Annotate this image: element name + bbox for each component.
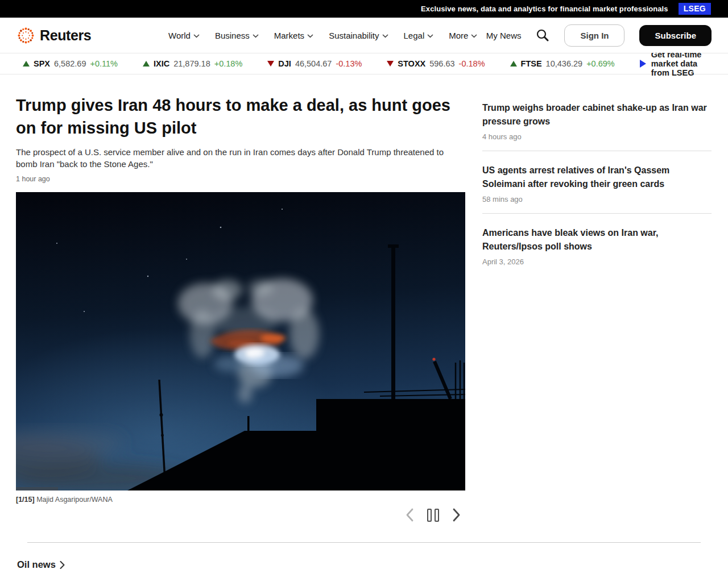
carousel-pause-button[interactable]	[427, 509, 439, 522]
site-header: Reuters World Business Markets Sustainab…	[0, 18, 728, 53]
header-actions: My News Sign In Subscribe	[486, 18, 712, 53]
pause-icon	[427, 509, 432, 522]
lead-headline[interactable]: Trump gives Iran 48 hours to make a deal…	[16, 94, 460, 139]
lead-photo[interactable]	[16, 192, 465, 490]
chevron-right-icon	[453, 508, 461, 522]
search-button[interactable]	[536, 28, 549, 42]
lseg-promo-bar: Exclusive news, data and analytics for f…	[0, 0, 728, 18]
trend-triangle-icon	[267, 61, 274, 66]
carousel-controls	[16, 508, 465, 522]
chevron-down-icon	[427, 34, 433, 38]
chevron-down-icon	[253, 34, 259, 38]
carousel-next-button[interactable]	[453, 508, 461, 522]
oil-news-section-link[interactable]: Oil news	[17, 559, 728, 570]
lead-timestamp: 1 hour ago	[16, 175, 465, 183]
chevron-down-icon	[307, 34, 313, 38]
nav-item-business[interactable]: Business	[215, 31, 259, 40]
chevron-down-icon	[382, 34, 388, 38]
oil-news-section: Oil news Iran says it hit Israel-linked …	[0, 542, 728, 582]
reuters-dotted-circle-icon	[17, 27, 35, 44]
pause-icon	[435, 509, 439, 522]
ticker-spx[interactable]: SPX 6,582.69 +0.11%	[23, 59, 118, 68]
sidebar-story-3: Americans have bleak views on Iran war, …	[482, 213, 712, 276]
story-title[interactable]: Americans have bleak views on Iran war, …	[482, 226, 712, 253]
chevron-left-icon	[406, 508, 413, 522]
chevron-right-icon	[60, 561, 65, 569]
story-timestamp: 4 hours ago	[482, 132, 712, 141]
trend-triangle-icon	[510, 61, 517, 66]
lseg-logo-badge[interactable]: LSEG	[679, 3, 711, 15]
ticker-dji[interactable]: DJI 46,504.67 -0.13%	[267, 59, 362, 68]
lead-story: Trump gives Iran 48 hours to make a deal…	[16, 94, 465, 522]
chevron-down-icon	[193, 34, 200, 38]
sidebar-story-2: US agents arrest relatives of Iran's Qas…	[482, 151, 712, 213]
my-news-link[interactable]: My News	[486, 31, 522, 40]
night-sky-smoke-photo	[16, 192, 465, 490]
caption-credit: Majid Asgaripour/WANA	[36, 496, 113, 504]
section-divider	[27, 542, 701, 543]
nav-item-world[interactable]: World	[168, 31, 200, 40]
related-stories-sidebar: Trump weighs broader cabinet shake-up as…	[482, 94, 712, 522]
nav-item-sustainability[interactable]: Sustainability	[329, 31, 388, 40]
caption-index: [1/15]	[16, 496, 35, 504]
play-triangle-icon	[640, 60, 646, 68]
nav-item-more[interactable]: More	[449, 31, 477, 40]
lseg-tagline: Exclusive news, data and analytics for f…	[421, 5, 668, 13]
story-title[interactable]: US agents arrest relatives of Iran's Qas…	[482, 164, 712, 191]
market-ticker-bar: SPX 6,582.69 +0.11% IXIC 21,879.18 +0.18…	[0, 53, 728, 74]
story-timestamp: April 3, 2026	[482, 257, 712, 266]
nav-item-legal[interactable]: Legal	[404, 31, 434, 40]
ticker-stoxx[interactable]: STOXX 596.63 -0.18%	[387, 59, 485, 68]
lseg-market-data-link[interactable]: Get real-time market data from LSEG	[640, 50, 712, 77]
reuters-logo[interactable]: Reuters	[17, 18, 91, 53]
subscribe-button[interactable]: Subscribe	[639, 25, 712, 46]
ticker-ftse[interactable]: FTSE 10,436.29 +0.69%	[510, 59, 615, 68]
sidebar-story-1: Trump weighs broader cabinet shake-up as…	[482, 101, 712, 151]
lead-summary: The prospect of a U.S. service member al…	[16, 147, 465, 170]
sign-in-button[interactable]: Sign In	[564, 24, 624, 47]
carousel-prev-button[interactable]	[406, 508, 413, 522]
photo-caption: [1/15] Majid Asgaripour/WANA	[16, 496, 465, 504]
main-content: Trump gives Iran 48 hours to make a deal…	[0, 74, 728, 522]
nav-item-markets[interactable]: Markets	[274, 31, 313, 40]
reuters-wordmark: Reuters	[40, 27, 91, 44]
chevron-down-icon	[471, 34, 477, 38]
trend-triangle-icon	[23, 61, 30, 66]
ticker-ixic[interactable]: IXIC 21,879.18 +0.18%	[143, 59, 242, 68]
primary-nav: World Business Markets Sustainability Le…	[168, 18, 477, 53]
search-icon	[536, 28, 549, 42]
story-title[interactable]: Trump weighs broader cabinet shake-up as…	[482, 101, 712, 128]
trend-triangle-icon	[387, 61, 394, 66]
trend-triangle-icon	[143, 61, 150, 66]
story-timestamp: 58 mins ago	[482, 195, 712, 203]
